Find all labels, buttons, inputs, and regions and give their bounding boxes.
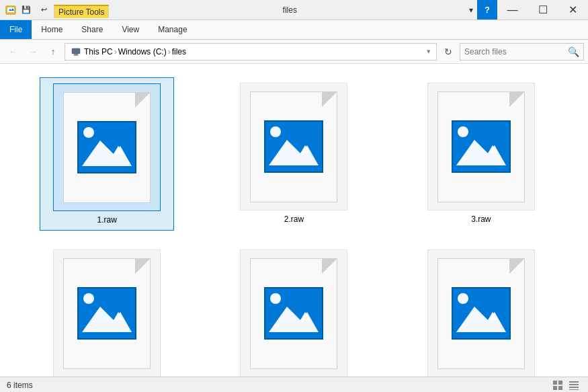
computer-icon <box>71 46 81 57</box>
details-view-btn[interactable] <box>566 379 581 391</box>
svg-rect-42 <box>569 387 579 388</box>
file-item-6[interactable]: 6.raw <box>414 244 548 377</box>
svg-point-35 <box>458 293 468 304</box>
forward-btn[interactable]: → <box>24 43 42 61</box>
file-item-5[interactable]: 5.raw <box>226 244 361 377</box>
svg-rect-5 <box>73 55 79 56</box>
back-btn[interactable]: ← <box>4 43 22 61</box>
file-item-3[interactable]: 3.raw <box>414 77 548 231</box>
maximize-btn[interactable]: ☐ <box>528 0 558 19</box>
help-btn[interactable]: ? <box>477 0 497 19</box>
ribbon-tabs: File Home Share View Manage <box>0 20 588 39</box>
svg-rect-37 <box>558 381 562 385</box>
svg-rect-40 <box>569 381 579 383</box>
title-bar: 💾 ↩ Picture Tools files ▾ ? — ☐ ✕ <box>0 0 588 20</box>
svg-rect-36 <box>553 381 557 385</box>
window-title: files <box>114 0 465 19</box>
tab-manage[interactable]: Manage <box>149 20 196 39</box>
doc-corner <box>135 259 150 274</box>
svg-rect-43 <box>569 389 579 390</box>
doc-corner <box>322 92 337 107</box>
undo-qs-btn[interactable]: ↩ <box>36 3 51 17</box>
main-content: 1.raw 2.raw 3.ra <box>0 64 588 377</box>
file-icon-wrap <box>240 249 347 377</box>
refresh-btn[interactable]: ↻ <box>439 43 457 61</box>
doc-corner <box>135 93 150 108</box>
tab-home[interactable]: Home <box>32 20 72 39</box>
file-icon-wrap <box>427 249 535 377</box>
doc-corner <box>509 92 524 107</box>
svg-rect-4 <box>74 54 78 55</box>
tab-file[interactable]: File <box>0 20 32 39</box>
ribbon-collapse-btn[interactable]: ▾ <box>465 0 477 19</box>
ribbon: File Home Share View Manage <box>0 20 588 40</box>
search-input[interactable] <box>464 47 565 56</box>
file-label: 1.raw <box>97 215 116 225</box>
file-label: 2.raw <box>284 214 304 224</box>
doc-page <box>63 258 151 369</box>
svg-point-30 <box>270 293 281 304</box>
file-icon-wrap <box>240 83 347 210</box>
tab-view[interactable]: View <box>112 20 149 39</box>
doc-page <box>437 91 525 202</box>
svg-rect-39 <box>558 386 562 390</box>
svg-rect-3 <box>72 48 80 54</box>
search-icon[interactable]: 🔍 <box>568 46 579 57</box>
tab-share[interactable]: Share <box>72 20 112 39</box>
large-icons-view-btn[interactable] <box>550 379 565 391</box>
path-files[interactable]: files <box>172 47 186 56</box>
doc-page <box>437 258 525 369</box>
doc-corner <box>322 259 337 274</box>
svg-rect-41 <box>569 384 579 385</box>
up-btn[interactable]: ↑ <box>44 43 62 61</box>
address-path[interactable]: This PC › Windows (C:) › files ▾ <box>65 43 437 61</box>
window-controls: — ☐ ✕ <box>497 0 588 19</box>
svg-point-15 <box>270 126 281 137</box>
svg-point-20 <box>458 126 468 137</box>
file-icon-wrap <box>427 83 535 210</box>
minimize-btn[interactable]: — <box>497 0 528 19</box>
svg-point-25 <box>83 293 94 304</box>
address-bar: ← → ↑ This PC › Windows (C:) › files ▾ ↻… <box>0 40 588 64</box>
doc-page <box>250 258 337 369</box>
path-this-pc[interactable]: This PC <box>84 47 113 56</box>
file-label: 3.raw <box>471 214 491 224</box>
file-grid: 1.raw 2.raw 3.ra <box>0 64 588 377</box>
view-toggles <box>550 379 581 391</box>
file-item-2[interactable]: 2.raw <box>226 77 361 231</box>
close-btn[interactable]: ✕ <box>558 0 588 19</box>
path-dropdown-arrow[interactable]: ▾ <box>427 47 431 56</box>
status-bar: 6 items <box>0 377 588 392</box>
doc-page <box>63 92 151 203</box>
app-icon <box>5 5 16 15</box>
svg-point-10 <box>83 127 94 138</box>
path-sep-1: › <box>114 47 117 56</box>
file-item-4[interactable]: 4.raw <box>40 244 174 377</box>
path-windows-c[interactable]: Windows (C:) <box>118 47 167 56</box>
item-count: 6 items <box>7 381 33 390</box>
file-icon-wrap <box>53 83 161 211</box>
save-qs-btn[interactable]: 💾 <box>19 3 34 17</box>
file-icon-wrap <box>53 249 161 377</box>
ribbon-context-label: Picture Tools <box>54 5 109 18</box>
search-box: 🔍 <box>460 43 584 61</box>
file-item-1[interactable]: 1.raw <box>40 77 174 231</box>
doc-corner <box>509 259 524 274</box>
path-sep-2: › <box>168 47 171 56</box>
svg-rect-38 <box>553 386 557 390</box>
title-bar-left: 💾 ↩ Picture Tools <box>0 0 114 19</box>
doc-page <box>250 91 337 202</box>
